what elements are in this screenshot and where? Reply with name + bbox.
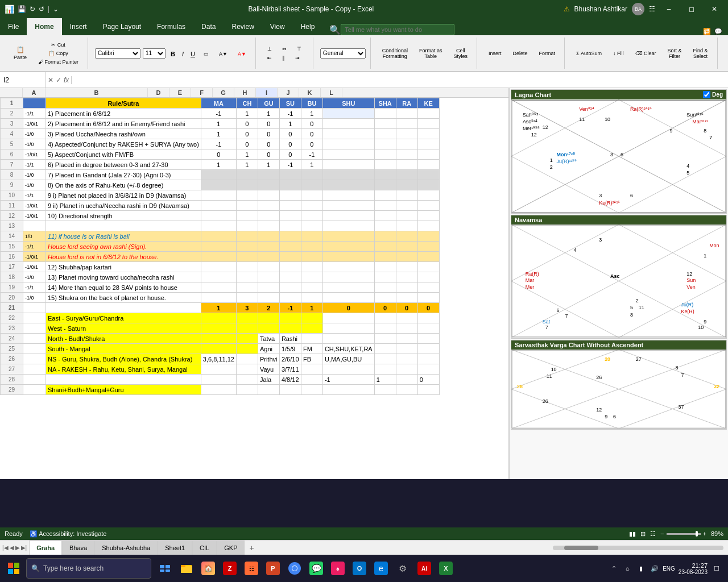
cell-F24[interactable]: Tatva [258,334,279,344]
cell-E13[interactable] [236,221,258,231]
col-E-header[interactable]: E [169,88,191,97]
cell-H4[interactable]: 0 [301,129,322,139]
tab-formulas[interactable]: Formulas [149,18,193,35]
cell-D16[interactable] [201,252,236,262]
mosaic-icon[interactable]: ☷ [241,558,262,579]
cell-K24[interactable] [396,334,417,344]
cell-G19[interactable] [279,282,301,293]
cell-K23[interactable] [396,323,417,334]
cell-H26[interactable]: FB [301,354,322,364]
photos-icon[interactable]: 🏠 [198,558,218,579]
confirm-formula-icon[interactable]: ✓ [56,76,61,84]
powerpoint-icon[interactable]: P [263,558,283,579]
sheet-nav-first[interactable]: |◀ [2,544,9,551]
cell-A9[interactable]: -1/0 [23,180,46,190]
col-D-header[interactable]: D [148,88,169,97]
cell-F29[interactable] [258,385,279,395]
cell-J15[interactable] [374,242,396,252]
cell-B26[interactable]: NS - Guru, Shukra, Budh (Alone), Chandra… [46,354,201,364]
cell-K8[interactable] [396,170,417,180]
cell-H12[interactable] [301,211,322,221]
cell-G2[interactable]: -1 [279,109,301,119]
cell-G8[interactable] [279,170,301,180]
cell-A18[interactable]: -1/0 [23,272,46,282]
cell-L11[interactable] [417,201,439,211]
cell-L13[interactable] [417,221,439,231]
cell-B25[interactable]: South - Mangal [46,344,201,354]
cell-H13[interactable] [301,221,322,231]
cell-E14[interactable] [236,231,258,242]
sheet-nav-last[interactable]: ▶| [21,544,27,551]
cell-F23[interactable] [258,323,279,334]
taskbar-search-box[interactable]: 🔍 Type here to search [26,558,151,579]
cell-D28[interactable] [201,375,236,385]
explorer-icon[interactable] [176,558,197,579]
tab-review[interactable]: Review [224,18,262,35]
cell-H21[interactable]: 1 [301,303,322,313]
view-break-icon[interactable]: ☷ [650,530,656,538]
cell-A21[interactable] [23,303,46,313]
cell-H20[interactable] [301,293,322,303]
cell-J2[interactable] [374,109,396,119]
align-top-button[interactable]: ⊥ [263,45,276,53]
col-J-header[interactable]: J [278,88,299,97]
cell-D14[interactable] [201,231,236,242]
cell-D20[interactable] [201,293,236,303]
cell-F12[interactable] [258,211,279,221]
cell-G1[interactable]: SU [279,98,301,109]
cell-L28[interactable]: 0 [417,375,439,385]
cell-K27[interactable] [396,364,417,375]
cell-H19[interactable] [301,282,322,293]
cell-B28[interactable] [46,375,201,385]
tab-home[interactable]: Home [27,18,61,35]
tab-data[interactable]: Data [193,18,224,35]
cell-A15[interactable]: -1/1 [23,242,46,252]
cell-E3[interactable]: 0 [236,119,258,129]
col-A-header[interactable]: A [23,88,46,97]
tab-insert[interactable]: Insert [62,18,95,35]
sheet-tab-nav[interactable]: |◀ ◀ ▶ ▶| [0,544,29,551]
cell-J8[interactable] [374,170,396,180]
cell-F5[interactable]: 0 [258,139,279,149]
quickaccess-undo[interactable]: ↻ [30,5,35,13]
cell-D11[interactable] [201,201,236,211]
close-button[interactable]: ✕ [705,0,723,18]
cell-I9[interactable] [322,180,374,190]
cell-B24[interactable]: North - Budh/Shukra [46,334,201,344]
cell-G16[interactable] [279,252,301,262]
cell-J19[interactable] [374,282,396,293]
cell-A8[interactable]: -1/0 [23,170,46,180]
cell-B23[interactable]: West - Saturn [46,323,201,334]
cell-B15[interactable]: House lord seeing own rashi (Sign). [46,242,201,252]
cell-A27[interactable] [23,364,46,375]
cell-A29[interactable] [23,385,46,395]
cell-J20[interactable] [374,293,396,303]
cell-G14[interactable] [279,231,301,242]
cell-I6[interactable] [322,149,374,160]
cell-D5[interactable]: -1 [201,139,236,149]
cell-B13[interactable] [46,221,201,231]
cell-J22[interactable] [374,313,396,323]
align-bottom-button[interactable]: ⊤ [292,45,306,53]
cell-K25[interactable] [396,344,417,354]
cell-E18[interactable] [236,272,258,282]
view-options-icon[interactable]: ☷ [649,5,655,13]
cell-J18[interactable] [374,272,396,282]
cell-H16[interactable] [301,252,322,262]
tab-page-layout[interactable]: Page Layout [95,18,149,35]
cell-F7[interactable]: 1 [258,160,279,170]
cell-G11[interactable] [279,201,301,211]
cell-I14[interactable] [322,231,374,242]
cell-K19[interactable] [396,282,417,293]
cell-E1[interactable]: CH [236,98,258,109]
cell-H29[interactable] [301,385,322,395]
sheet-tab-sheet1[interactable]: Sheet1 [158,541,192,555]
cell-F28[interactable]: Jala [258,375,279,385]
view-normal-icon[interactable]: ▮▮ [629,530,636,538]
cell-H15[interactable] [301,242,322,252]
cell-H27[interactable] [301,364,322,375]
cell-H17[interactable] [301,262,322,272]
cell-L15[interactable] [417,242,439,252]
speaker-icon[interactable]: 🔊 [649,563,660,574]
whatsapp-icon[interactable]: 💬 [306,558,326,579]
